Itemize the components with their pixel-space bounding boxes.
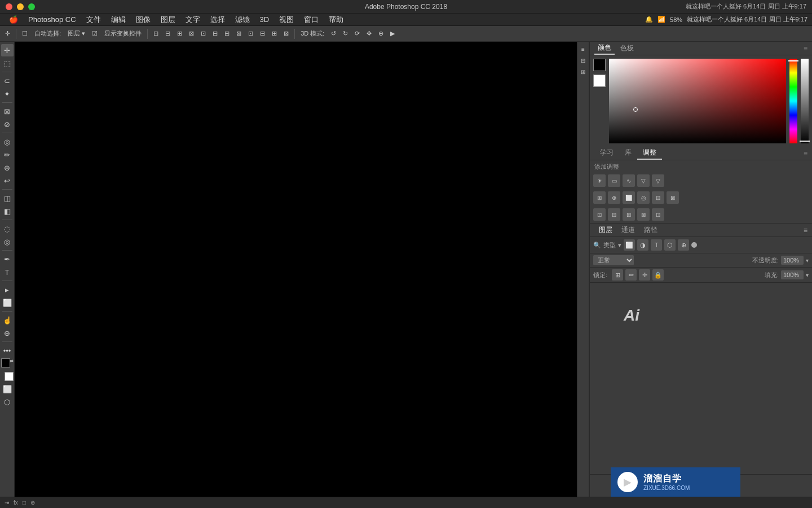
filter-text-icon[interactable]: T bbox=[651, 239, 662, 251]
tool-magic-wand[interactable]: ✦ bbox=[1, 87, 14, 100]
toolbar-3d-icon-1[interactable]: ↺ bbox=[328, 29, 339, 38]
align-icon-6[interactable]: ⊟ bbox=[210, 29, 220, 38]
notification-icon[interactable]: 🔔 bbox=[645, 16, 653, 23]
menu-edit[interactable]: 编辑 bbox=[107, 14, 130, 26]
tool-move[interactable]: ✛ bbox=[1, 44, 14, 56]
fill-input[interactable] bbox=[781, 270, 804, 279]
window-controls[interactable] bbox=[6, 3, 35, 10]
menu-help[interactable]: 帮助 bbox=[324, 14, 348, 26]
maximize-button[interactable] bbox=[28, 3, 35, 10]
layer-type-dropdown[interactable]: ▾ bbox=[618, 242, 621, 249]
background-color[interactable] bbox=[5, 372, 14, 381]
menu-photoshop[interactable]: Photoshop CC bbox=[24, 14, 81, 25]
lock-artboard-icon[interactable]: ✛ bbox=[639, 269, 650, 281]
tool-pen[interactable]: ✒ bbox=[1, 253, 14, 265]
toolbar-3d-icon-2[interactable]: ↻ bbox=[340, 29, 351, 38]
adjust-posterize[interactable]: ⊟ bbox=[608, 208, 620, 221]
toolbar-video-icon[interactable]: ▶ bbox=[387, 29, 398, 38]
tab-study[interactable]: 学习 bbox=[594, 147, 619, 160]
tab-color[interactable]: 颜色 bbox=[594, 42, 615, 55]
tool-eraser[interactable]: ◫ bbox=[1, 192, 14, 204]
adjust-levels[interactable]: ▭ bbox=[608, 174, 620, 187]
filter-smart-icon[interactable]: ⊕ bbox=[678, 239, 689, 251]
tool-rect-shape[interactable]: ⬜ bbox=[1, 296, 14, 309]
tool-gradient[interactable]: ◧ bbox=[1, 205, 14, 217]
align-icon-5[interactable]: ⊡ bbox=[198, 29, 209, 38]
foreground-color[interactable] bbox=[1, 358, 10, 367]
align-icon-4[interactable]: ⊠ bbox=[186, 29, 197, 38]
adjust-vibrance[interactable]: ▽ bbox=[652, 174, 664, 187]
layers-panel-menu[interactable]: ≡ bbox=[804, 226, 807, 234]
align-icon-7[interactable]: ⊞ bbox=[222, 29, 232, 38]
tool-path-select[interactable]: ▸ bbox=[1, 283, 14, 296]
align-icon-1[interactable]: ⊡ bbox=[151, 29, 161, 38]
tool-zoom[interactable]: ⊕ bbox=[1, 327, 14, 339]
align-icon-2[interactable]: ⊟ bbox=[162, 29, 173, 38]
lock-position-icon[interactable]: ✏ bbox=[625, 269, 637, 281]
swap-colors-icon[interactable]: ⇄ bbox=[10, 358, 14, 364]
mid-btn-1[interactable]: ≡ bbox=[578, 44, 588, 54]
tool-lasso[interactable]: ⊂ bbox=[1, 75, 14, 87]
align-icon-8[interactable]: ⊠ bbox=[233, 29, 244, 38]
adjust-brightness[interactable]: ☀ bbox=[593, 174, 606, 187]
adjust-curves[interactable]: ∿ bbox=[623, 174, 635, 187]
toolbar-3d-icon-4[interactable]: ✥ bbox=[364, 29, 374, 38]
toolbar-3d-icon-3[interactable]: ⟳ bbox=[352, 29, 363, 38]
menu-window[interactable]: 窗口 bbox=[299, 14, 323, 26]
adjust-color-lookup[interactable]: ⊠ bbox=[667, 191, 679, 204]
tool-dodge[interactable]: ◎ bbox=[1, 235, 14, 248]
close-button[interactable] bbox=[6, 3, 12, 10]
adjust-hsl[interactable]: ⊞ bbox=[593, 191, 606, 204]
filter-adjust-icon[interactable]: ◑ bbox=[637, 239, 648, 251]
menu-file[interactable]: 文件 bbox=[82, 14, 105, 26]
tool-quick-mask[interactable]: ⬜ bbox=[1, 383, 14, 395]
bg-swatch[interactable] bbox=[593, 75, 606, 87]
align-icon-9[interactable]: ⊡ bbox=[245, 29, 256, 38]
apple-menu[interactable]: 🍎 bbox=[5, 14, 23, 25]
color-panel-menu[interactable]: ≡ bbox=[804, 45, 807, 52]
tool-stamp[interactable]: ⊕ bbox=[1, 161, 14, 174]
align-icon-11[interactable]: ⊞ bbox=[269, 29, 280, 38]
menu-filter[interactable]: 滤镜 bbox=[231, 14, 254, 26]
menu-text[interactable]: 文字 bbox=[181, 14, 205, 26]
tab-paths[interactable]: 路径 bbox=[639, 224, 662, 237]
filter-shape-icon[interactable]: ⬡ bbox=[664, 239, 676, 251]
align-icon-12[interactable]: ⊠ bbox=[281, 29, 292, 38]
toolbar-move-icon[interactable]: ✛ bbox=[2, 29, 13, 38]
adjust-channel-mixer[interactable]: ⊟ bbox=[652, 191, 664, 204]
adjust-invert[interactable]: ⊡ bbox=[593, 208, 606, 221]
fg-swatch[interactable] bbox=[593, 59, 606, 71]
tab-library[interactable]: 库 bbox=[619, 147, 637, 160]
mid-btn-2[interactable]: ⊟ bbox=[578, 55, 588, 65]
adjust-selective-color[interactable]: ⊡ bbox=[652, 208, 664, 221]
filter-pixel-icon[interactable]: ⬜ bbox=[624, 239, 635, 251]
blend-mode-select[interactable]: 正常 溶解 正片叠底 滤色 叠加 bbox=[593, 255, 634, 265]
mid-btn-3[interactable]: ⊞ bbox=[578, 67, 588, 77]
tab-channels[interactable]: 通道 bbox=[617, 224, 639, 237]
align-icon-3[interactable]: ⊞ bbox=[174, 29, 185, 38]
adjust-exposure[interactable]: ▽ bbox=[637, 174, 650, 187]
color-swatches[interactable]: ⇄ bbox=[1, 358, 14, 381]
hue-strip[interactable] bbox=[789, 59, 797, 143]
toolbar-layer-dropdown[interactable]: 图层 ▾ bbox=[65, 28, 88, 39]
opacity-input[interactable] bbox=[781, 256, 804, 265]
tool-brush[interactable]: ✏ bbox=[1, 148, 14, 161]
adjust-color-balance[interactable]: ⊕ bbox=[608, 191, 620, 204]
adjust-panel-menu[interactable]: ≡ bbox=[804, 150, 807, 157]
toolbar-show-transform-cb[interactable]: ☑ bbox=[89, 29, 100, 38]
brightness-strip[interactable] bbox=[801, 59, 809, 143]
menu-view[interactable]: 视图 bbox=[275, 14, 298, 26]
tab-layers[interactable]: 图层 bbox=[594, 224, 617, 237]
tool-more[interactable]: ••• bbox=[1, 344, 14, 357]
menu-layer[interactable]: 图层 bbox=[156, 14, 180, 26]
lock-pixels-icon[interactable]: ⊞ bbox=[612, 269, 623, 281]
menu-image[interactable]: 图像 bbox=[131, 14, 155, 26]
minimize-button[interactable] bbox=[17, 3, 24, 10]
tab-adjust[interactable]: 调整 bbox=[637, 147, 662, 160]
lock-all-icon[interactable]: 🔒 bbox=[652, 269, 664, 281]
tool-history-brush[interactable]: ↩ bbox=[1, 174, 14, 187]
tool-text[interactable]: T bbox=[1, 266, 14, 278]
tool-eyedropper[interactable]: ⊘ bbox=[1, 118, 14, 130]
opacity-chevron[interactable]: ▾ bbox=[806, 257, 809, 264]
tool-spot-heal[interactable]: ◎ bbox=[1, 135, 14, 148]
